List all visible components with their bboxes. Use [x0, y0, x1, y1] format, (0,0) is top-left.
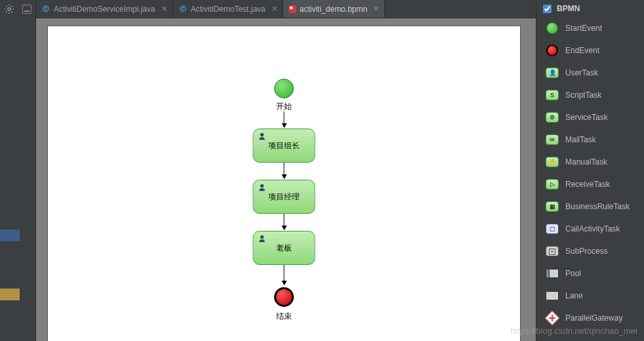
palette-item-label: SubProcess — [565, 247, 608, 256]
sequence-flow[interactable] — [284, 214, 285, 230]
close-icon[interactable]: ✕ — [272, 5, 277, 13]
palette-item-label: Lane — [565, 291, 583, 300]
manual-task-icon: ✋ — [546, 155, 559, 169]
tab-label: activiti_demo.bpmn — [300, 5, 367, 14]
gutter-marker-blue — [0, 230, 20, 241]
palette-item-start-event[interactable]: StartEvent — [536, 17, 644, 39]
palette-item-business-rule-task[interactable]: ▦ BusinessRuleTask — [536, 195, 644, 218]
close-icon[interactable]: ✕ — [373, 5, 379, 13]
sub-process-icon — [546, 245, 559, 258]
user-icon — [258, 234, 267, 243]
palette-item-label: EndEvent — [565, 46, 599, 55]
start-event-node[interactable] — [274, 79, 294, 98]
palette-item-user-task[interactable]: 👤 UserTask — [536, 62, 644, 84]
palette-item-pool[interactable]: Pool — [536, 262, 644, 285]
end-event-node[interactable] — [274, 287, 294, 307]
call-activity-task-icon: ▢ — [546, 222, 559, 235]
palette-item-end-event[interactable]: EndEvent — [536, 39, 644, 62]
minimize-icon[interactable] — [22, 5, 31, 14]
palette-item-label: CallActivityTask — [565, 224, 620, 233]
palette-item-receive-task[interactable]: ▷ ReceiveTask — [536, 173, 644, 195]
palette-item-label: BusinessRuleTask — [565, 202, 630, 211]
palette-item-label: ScriptTask — [565, 90, 601, 100]
palette-item-label: MailTask — [565, 135, 596, 144]
bpmn-palette: BPMN StartEvent EndEvent 👤 UserTask S Sc… — [536, 0, 644, 341]
service-task-icon: ⚙ — [546, 111, 559, 124]
palette-item-parallel-gateway[interactable]: ParallelGateway — [536, 307, 644, 329]
gear-icon[interactable] — [4, 4, 14, 14]
editor-tabs: Ⓒ ActivitiDemoServiceImpl.java ✕ Ⓒ Activ… — [36, 0, 536, 18]
user-task-icon: 👤 — [546, 66, 559, 79]
business-rule-task-icon: ▦ — [546, 200, 559, 213]
palette-item-manual-task[interactable]: ✋ ManualTask — [536, 151, 644, 173]
task-label: 老板 — [276, 243, 292, 254]
tab-activiti-demo-test[interactable]: Ⓒ ActivitiDemoTest.java ✕ — [173, 0, 283, 18]
parallel-gateway-icon — [546, 311, 559, 325]
bpmn-file-icon — [289, 5, 296, 13]
sequence-flow[interactable] — [284, 163, 285, 178]
svg-point-2 — [260, 184, 264, 188]
palette-item-call-activity-task[interactable]: ▢ CallActivityTask — [536, 218, 644, 240]
mail-task-icon: ✉ — [546, 133, 559, 146]
lane-icon — [546, 289, 559, 302]
sequence-flow[interactable] — [284, 265, 285, 285]
sequence-flow[interactable] — [284, 111, 285, 127]
start-event-icon — [546, 22, 559, 35]
end-event-label: 结束 — [276, 311, 292, 322]
java-icon: Ⓒ — [178, 5, 188, 14]
palette-item-label: StartEvent — [565, 24, 602, 33]
palette-item-label: ParallelGateway — [565, 313, 622, 323]
bpmn-canvas[interactable]: 开始 项目组长 项目经理 老板 — [48, 26, 520, 341]
tab-activiti-demo-bpmn[interactable]: activiti_demo.bpmn ✕ — [283, 0, 385, 18]
gutter-marker-orange — [0, 289, 20, 300]
user-icon — [258, 183, 267, 192]
palette-toggle-checkbox[interactable] — [543, 5, 552, 13]
close-icon[interactable]: ✕ — [161, 5, 167, 13]
editor-viewport[interactable]: 开始 项目组长 项目经理 老板 — [36, 18, 536, 341]
java-icon: Ⓒ — [41, 5, 50, 14]
svg-point-3 — [260, 235, 264, 239]
left-gutter — [0, 0, 36, 341]
user-task-node-1[interactable]: 项目组长 — [253, 129, 315, 163]
tab-activiti-demo-service-impl[interactable]: Ⓒ ActivitiDemoServiceImpl.java ✕ — [36, 0, 173, 18]
end-event-icon — [546, 44, 559, 57]
task-label: 项目组长 — [268, 140, 300, 151]
palette-item-mail-task[interactable]: ✉ MailTask — [536, 129, 644, 151]
task-label: 项目经理 — [268, 191, 300, 203]
palette-item-label: ManualTask — [565, 157, 607, 167]
svg-point-0 — [8, 8, 10, 10]
main-area: Ⓒ ActivitiDemoServiceImpl.java ✕ Ⓒ Activ… — [36, 0, 536, 341]
palette-item-script-task[interactable]: S ScriptTask — [536, 84, 644, 106]
tab-label: ActivitiDemoServiceImpl.java — [54, 5, 155, 14]
palette-item-label: Pool — [565, 269, 581, 278]
user-task-node-3[interactable]: 老板 — [253, 231, 315, 265]
palette-item-service-task[interactable]: ⚙ ServiceTask — [536, 106, 644, 129]
palette-item-label: ServiceTask — [565, 113, 608, 122]
script-task-icon: S — [546, 89, 559, 102]
start-event-label: 开始 — [276, 101, 292, 112]
palette-item-label: ReceiveTask — [565, 180, 610, 189]
palette-item-label: UserTask — [565, 68, 598, 77]
user-task-node-2[interactable]: 项目经理 — [253, 180, 315, 214]
pool-icon — [546, 267, 559, 280]
svg-point-1 — [260, 133, 264, 136]
user-icon — [258, 132, 267, 141]
palette-item-lane[interactable]: Lane — [536, 285, 644, 307]
palette-item-sub-process[interactable]: SubProcess — [536, 240, 644, 262]
palette-title: BPMN — [557, 4, 580, 13]
receive-task-icon: ▷ — [546, 178, 559, 191]
tab-label: ActivitiDemoTest.java — [191, 5, 266, 14]
palette-header[interactable]: BPMN — [536, 0, 644, 17]
